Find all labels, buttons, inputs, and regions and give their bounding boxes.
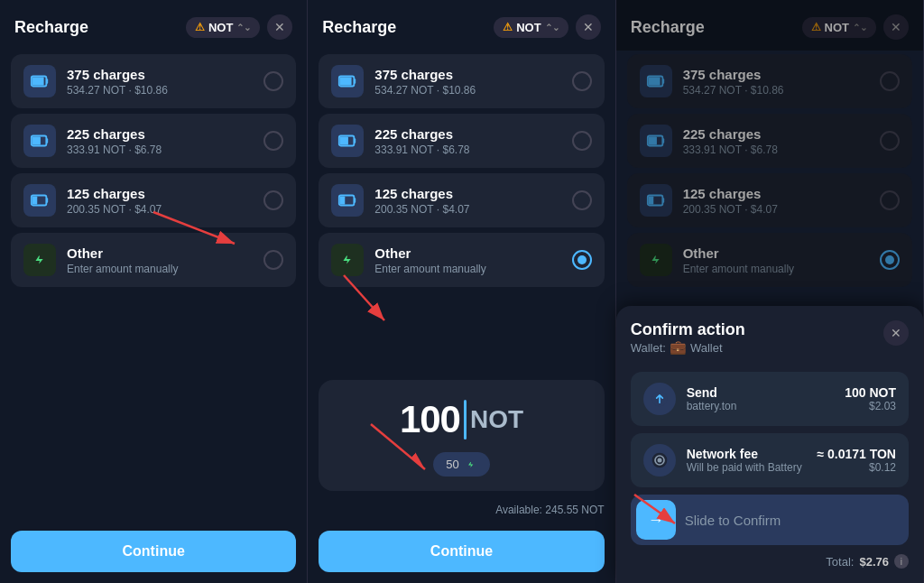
radio-125-2[interactable] (572, 190, 592, 210)
radio-375-3[interactable] (880, 71, 900, 91)
fee-sub: Will be paid with Battery (687, 461, 807, 474)
charge-price-225-3: 333.91 NOT · $6.78 (683, 143, 869, 156)
fee-label: Network fee (687, 447, 807, 461)
panel-3-header: Recharge ⚠ NOT ⌃⌄ ✕ (616, 0, 923, 51)
radio-225-2[interactable] (572, 131, 592, 151)
panel-3: Recharge ⚠ NOT ⌃⌄ ✕ (616, 0, 924, 583)
svg-rect-3 (32, 136, 41, 144)
not-badge-3[interactable]: ⚠ NOT ⌃⌄ (802, 17, 876, 38)
charge-item-375-1[interactable]: 375 charges 534.27 NOT · $10.86 (11, 54, 296, 108)
fee-usd: $0.12 (817, 461, 896, 474)
continue-btn-2[interactable]: Continue (319, 531, 604, 572)
charge-name-375-1: 375 charges (67, 67, 253, 82)
radio-225-3[interactable] (880, 131, 900, 151)
charge-price-125-2: 200.35 NOT · $4.07 (374, 203, 560, 216)
panel-2-title: Recharge (322, 18, 396, 37)
charge-item-225-1[interactable]: 225 charges 333.91 NOT · $6.78 (11, 114, 296, 168)
charge-item-225-3[interactable]: 225 charges 333.91 NOT · $6.78 (627, 114, 912, 168)
close-btn-3[interactable]: ✕ (883, 14, 909, 40)
charge-name-other-3: Other (683, 245, 869, 261)
charge-item-125-2[interactable]: 125 charges 200.35 NOT · $4.07 (319, 173, 604, 227)
svg-rect-18 (648, 136, 656, 144)
charge-item-other-1[interactable]: Other Enter amount manually (11, 233, 296, 287)
charge-info-125-1: 125 charges 200.35 NOT · $4.07 (67, 186, 253, 216)
confirm-fee-info: Network fee Will be paid with Battery (687, 447, 807, 474)
charge-item-375-2[interactable]: 375 charges 534.27 NOT · $10.86 (319, 54, 604, 108)
close-btn-2[interactable]: ✕ (576, 14, 601, 40)
charge-name-225-2: 225 charges (374, 126, 560, 142)
charge-price-225-2: 333.91 NOT · $6.78 (374, 143, 560, 156)
send-amount: 100 NOT (845, 385, 896, 400)
radio-225-1[interactable] (263, 131, 283, 151)
battery-icon-125-2 (331, 184, 364, 217)
charge-info-other-3: Other Enter amount manually (683, 245, 869, 275)
confirm-send-amount: 100 NOT $2.03 (845, 385, 896, 412)
charge-info-125-3: 125 charges 200.35 NOT · $4.07 (683, 186, 869, 216)
amount-number: 100 (400, 398, 460, 441)
radio-125-3[interactable] (880, 190, 900, 210)
battery-icon-225-1 (23, 125, 56, 157)
amount-unit: NOT (470, 405, 523, 434)
charge-name-225-3: 225 charges (683, 126, 869, 142)
fee-amount: ≈ 0.0171 TON (817, 447, 896, 461)
fee-icon-wrap (643, 444, 676, 477)
radio-other-1[interactable] (263, 250, 283, 270)
confirm-send-row: Send battery.ton 100 NOT $2.03 (631, 372, 909, 426)
battery-icon-375-2 (331, 65, 364, 97)
charge-info-375-3: 375 charges 534.27 NOT · $10.86 (683, 67, 869, 97)
charge-price-225-1: 333.91 NOT · $6.78 (67, 143, 253, 156)
send-label: Send (687, 385, 835, 400)
radio-375-2[interactable] (572, 71, 592, 91)
warn-icon-1: ⚠ (195, 21, 205, 33)
radio-other-2[interactable] (572, 250, 592, 270)
charge-item-225-2[interactable]: 225 charges 333.91 NOT · $6.78 (319, 114, 604, 168)
confirm-header: Confirm action Wallet: 💼 Wallet ✕ (631, 320, 909, 368)
panel-1: Recharge ⚠ NOT ⌃⌄ ✕ (0, 0, 308, 583)
charge-info-125-2: 125 charges 200.35 NOT · $4.07 (374, 186, 560, 216)
amount-cursor (464, 400, 467, 440)
charge-name-225-1: 225 charges (67, 126, 253, 142)
battery-icon-225-3 (640, 125, 672, 157)
charge-name-125-3: 125 charges (683, 186, 869, 201)
confirm-close-btn[interactable]: ✕ (883, 320, 909, 346)
svg-rect-10 (340, 136, 348, 144)
battery-icon-375-1 (23, 65, 56, 97)
charge-sub-other-3: Enter amount manually (683, 263, 869, 275)
charge-name-375-2: 375 charges (374, 67, 560, 82)
info-icon[interactable]: i (894, 554, 909, 569)
radio-125-1[interactable] (263, 190, 283, 210)
charge-item-375-3[interactable]: 375 charges 534.27 NOT · $10.86 (627, 54, 912, 108)
charge-name-125-2: 125 charges (374, 186, 560, 201)
charge-item-other-2[interactable]: Other Enter amount manually (319, 233, 604, 287)
charge-price-375-1: 534.27 NOT · $10.86 (67, 84, 253, 97)
radio-other-3[interactable] (880, 250, 900, 270)
amount-input-area: 100 NOT 50 (319, 380, 604, 491)
total-label: Total: (826, 555, 854, 569)
slide-text: Slide to Confirm (685, 513, 781, 528)
charge-price-375-2: 534.27 NOT · $10.86 (374, 84, 560, 97)
charge-info-other-1: Other Enter amount manually (67, 245, 253, 275)
battery-icon-other-1 (23, 244, 56, 276)
slide-arrow-btn[interactable]: → (636, 500, 676, 540)
charges-list-2: 375 charges 534.27 NOT · $10.86 225 char… (308, 51, 614, 373)
charge-sub-other-2: Enter amount manually (374, 263, 560, 275)
slide-confirm[interactable]: → Slide to Confirm (631, 495, 909, 545)
close-btn-1[interactable]: ✕ (267, 14, 292, 40)
confirm-fee-row: Network fee Will be paid with Battery ≈ … (631, 433, 909, 487)
battery-icon-other-3 (640, 244, 672, 276)
charge-info-225-1: 225 charges 333.91 NOT · $6.78 (67, 126, 253, 156)
send-sub: battery.ton (687, 400, 835, 412)
not-badge-2[interactable]: ⚠ NOT ⌃⌄ (494, 17, 568, 38)
not-badge-1[interactable]: ⚠ NOT ⌃⌄ (186, 17, 260, 38)
charge-item-125-1[interactable]: 125 charges 200.35 NOT · $4.07 (11, 173, 296, 227)
charges-list-1: 375 charges 534.27 NOT · $10.86 225 char… (0, 51, 307, 520)
charge-item-other-3[interactable]: Other Enter amount manually (627, 233, 912, 287)
amount-display: 100 NOT (400, 398, 523, 441)
panel-1-header: Recharge ⚠ NOT ⌃⌄ ✕ (0, 0, 307, 51)
charge-item-125-3[interactable]: 125 charges 200.35 NOT · $4.07 (627, 173, 912, 227)
send-icon-wrap (643, 383, 676, 415)
warn-icon-2: ⚠ (503, 21, 513, 33)
send-usd: $2.03 (845, 400, 896, 412)
continue-btn-1[interactable]: Continue (11, 531, 296, 572)
radio-375-1[interactable] (263, 71, 283, 91)
